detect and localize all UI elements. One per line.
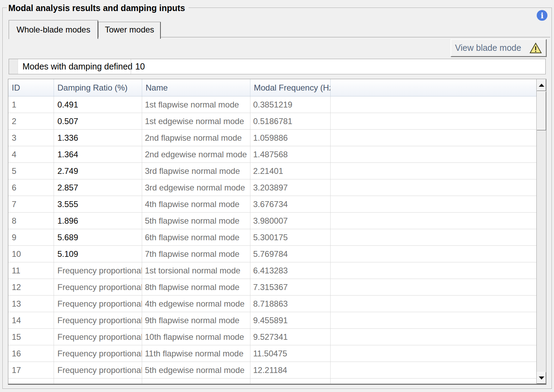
- row-selector-cell[interactable]: [9, 59, 18, 74]
- cell-id: 2: [8, 113, 54, 129]
- cell-name[interactable]: 3rd flapwise normal mode: [142, 163, 250, 179]
- cell-damping-ratio[interactable]: 0.507: [54, 113, 142, 129]
- cell-damping-ratio[interactable]: 1.896: [54, 213, 142, 229]
- cell-name[interactable]: 6th flapwise normal mode: [142, 229, 250, 245]
- cell-damping-ratio[interactable]: 2.749: [54, 163, 142, 179]
- table-row[interactable]: 3 1.336 2nd flapwise normal mode 1.05988…: [8, 130, 536, 146]
- cell-empty: [331, 262, 536, 279]
- cell-empty: [331, 362, 536, 378]
- table-row[interactable]: [8, 379, 536, 385]
- cell-name[interactable]: 1st edgewise normal mode: [142, 113, 250, 129]
- cell-damping-ratio[interactable]: Frequency proportional: [54, 296, 142, 312]
- cell-name[interactable]: 5th edgewise normal mode: [142, 362, 250, 378]
- cell-damping-ratio[interactable]: 5.109: [54, 246, 142, 262]
- cell-name[interactable]: 7th flapwise normal mode: [142, 246, 250, 262]
- column-header-id[interactable]: ID: [8, 79, 54, 96]
- cell-name[interactable]: 3rd edgewise normal mode: [142, 179, 250, 196]
- cell-damping-ratio[interactable]: Frequency proportional: [54, 345, 142, 362]
- cell-damping-ratio[interactable]: Frequency proportional: [54, 329, 142, 345]
- table-row[interactable]: 16 Frequency proportional 11th flapwise …: [8, 345, 536, 362]
- cell-damping-ratio[interactable]: [54, 379, 142, 385]
- scroll-down-icon: [539, 376, 544, 380]
- cell-modal-frequency: 12.21184: [250, 362, 331, 378]
- cell-name[interactable]: 4th flapwise normal mode: [142, 196, 250, 212]
- cell-id: 13: [8, 296, 54, 312]
- table-row[interactable]: 7 3.555 4th flapwise normal mode 3.67673…: [8, 196, 536, 213]
- warning-icon: [529, 43, 542, 54]
- cell-modal-frequency: 0.3851219: [250, 96, 331, 113]
- cell-name[interactable]: 2nd flapwise normal mode: [142, 130, 250, 146]
- cell-empty: [331, 146, 536, 162]
- scrollbar-thumb[interactable]: [537, 92, 546, 130]
- column-header-damping[interactable]: Damping Ratio (%): [54, 79, 142, 96]
- cell-name[interactable]: 11th flapwise normal mode: [142, 345, 250, 362]
- cell-id: 3: [8, 130, 54, 146]
- cell-modal-frequency: 2.21401: [250, 163, 331, 179]
- cell-name[interactable]: 1st torsional normal mode: [142, 262, 250, 279]
- cell-damping-ratio[interactable]: 1.336: [54, 130, 142, 146]
- cell-empty: [331, 279, 536, 295]
- cell-damping-ratio[interactable]: 3.555: [54, 196, 142, 212]
- cell-id: 5: [8, 163, 54, 179]
- cell-empty: [331, 345, 536, 362]
- cell-damping-ratio[interactable]: Frequency proportional: [54, 279, 142, 295]
- cell-name[interactable]: 9th flapwise normal mode: [142, 312, 250, 328]
- table-row[interactable]: 1 0.491 1st flapwise normal mode 0.38512…: [8, 96, 536, 113]
- table-row[interactable]: 9 5.689 6th flapwise normal mode 5.30017…: [8, 229, 536, 246]
- cell-modal-frequency: 1.487568: [250, 146, 331, 162]
- tab-divider: [98, 21, 98, 39]
- info-icon-glyph: i: [541, 11, 544, 19]
- table-row[interactable]: 12 Frequency proportional 8th flapwise n…: [8, 279, 536, 296]
- table-row[interactable]: 15 Frequency proportional 10th flapwise …: [8, 329, 536, 345]
- modes-with-damping-row: Modes with damping defined 10: [9, 59, 546, 74]
- modes-with-damping-input[interactable]: 10: [135, 59, 145, 74]
- cell-empty: [331, 196, 536, 212]
- cell-damping-ratio[interactable]: Frequency proportional: [54, 362, 142, 378]
- cell-empty: [331, 163, 536, 179]
- column-header-frequency[interactable]: Modal Frequency (Hz): [250, 79, 331, 96]
- cell-modal-frequency: 3.980007: [250, 213, 331, 229]
- table-row[interactable]: 4 1.364 2nd edgewise normal mode 1.48756…: [8, 146, 536, 163]
- cell-name[interactable]: 1st flapwise normal mode: [142, 96, 250, 113]
- tab-whole-blade-modes[interactable]: Whole-blade modes: [9, 20, 98, 39]
- cell-empty: [331, 96, 536, 113]
- cell-empty: [331, 113, 536, 129]
- scroll-down-button[interactable]: [537, 372, 546, 384]
- table-row[interactable]: 8 1.896 5th flapwise normal mode 3.98000…: [8, 213, 536, 229]
- cell-damping-ratio[interactable]: 5.689: [54, 229, 142, 245]
- table-row[interactable]: 5 2.749 3rd flapwise normal mode 2.21401: [8, 163, 536, 179]
- cell-damping-ratio[interactable]: Frequency proportional: [54, 312, 142, 328]
- cell-name[interactable]: [142, 379, 250, 385]
- cell-id: 8: [8, 213, 54, 229]
- table-row[interactable]: 13 Frequency proportional 4th edgewise n…: [8, 296, 536, 312]
- cell-damping-ratio[interactable]: 1.364: [54, 146, 142, 162]
- cell-name[interactable]: 8th flapwise normal mode: [142, 279, 250, 295]
- table-row[interactable]: 17 Frequency proportional 5th edgewise n…: [8, 362, 536, 379]
- vertical-scrollbar[interactable]: [536, 79, 546, 384]
- cell-name[interactable]: 10th flapwise normal mode: [142, 329, 250, 345]
- cell-name[interactable]: 4th edgewise normal mode: [142, 296, 250, 312]
- table-row[interactable]: 14 Frequency proportional 9th flapwise n…: [8, 312, 536, 329]
- column-header-name[interactable]: Name: [142, 79, 250, 96]
- info-icon[interactable]: i: [537, 10, 547, 21]
- modes-with-damping-label: Modes with damping defined: [22, 62, 132, 72]
- cell-damping-ratio[interactable]: 2.857: [54, 179, 142, 196]
- cell-name[interactable]: 5th flapwise normal mode: [142, 213, 250, 229]
- table-row[interactable]: 11 Frequency proportional 1st torsional …: [8, 262, 536, 279]
- cell-id: 7: [8, 196, 54, 212]
- cell-name[interactable]: 2nd edgewise normal mode: [142, 146, 250, 162]
- cell-id: 14: [8, 312, 54, 328]
- cell-id: 9: [8, 229, 54, 245]
- scroll-up-button[interactable]: [537, 79, 546, 91]
- modal-analysis-panel: { "colors": { "info_blue": "#4d7de0", "w…: [0, 0, 554, 392]
- cell-damping-ratio[interactable]: 0.491: [54, 96, 142, 113]
- tab-divider: [160, 22, 161, 39]
- table-row[interactable]: 10 5.109 7th flapwise normal mode 5.7697…: [8, 246, 536, 262]
- tab-tower-modes[interactable]: Tower modes: [98, 22, 161, 37]
- cell-damping-ratio[interactable]: Frequency proportional: [54, 262, 142, 279]
- cell-id: 11: [8, 262, 54, 279]
- table-row[interactable]: 6 2.857 3rd edgewise normal mode 3.20389…: [8, 179, 536, 196]
- cell-modal-frequency: 11.50475: [250, 345, 331, 362]
- view-blade-mode-button[interactable]: View blade mode: [451, 39, 546, 57]
- table-row[interactable]: 2 0.507 1st edgewise normal mode 0.51867…: [8, 113, 536, 130]
